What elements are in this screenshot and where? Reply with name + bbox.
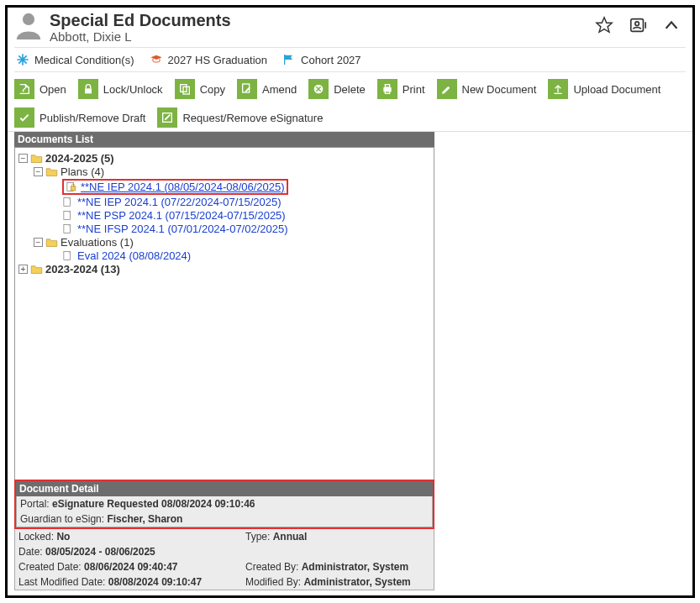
guardian-label: Guardian to eSign: bbox=[20, 513, 107, 525]
avatar-icon bbox=[14, 11, 43, 39]
svg-rect-6 bbox=[85, 88, 92, 93]
lock-icon bbox=[78, 79, 98, 99]
expand-icon[interactable]: + bbox=[18, 265, 28, 274]
type-value: Annual bbox=[273, 531, 308, 543]
modified-by-value: Administrator, System bbox=[303, 576, 410, 588]
document-detail-panel: Document Detail Portal: eSignature Reque… bbox=[14, 480, 434, 590]
folder-icon bbox=[30, 264, 43, 275]
publish-button[interactable]: Publish/Remove Draft bbox=[14, 107, 145, 128]
print-label: Print bbox=[403, 83, 425, 96]
medical-badge[interactable]: Medical Condition(s) bbox=[16, 53, 134, 66]
type-label: Type: bbox=[245, 531, 273, 543]
pencil-icon bbox=[437, 79, 457, 99]
document-link[interactable]: **NE PSP 2024.1 (07/15/2024-07/15/2025) bbox=[77, 209, 286, 222]
esignature-label: Request/Remove eSignature bbox=[182, 112, 323, 124]
new-document-label: New Document bbox=[462, 83, 537, 96]
svg-marker-1 bbox=[597, 18, 612, 32]
modified-date-label: Last Modified Date: bbox=[18, 576, 108, 588]
new-document-button[interactable]: New Document bbox=[437, 79, 537, 99]
document-link[interactable]: **NE IEP 2024.1 (07/22/2024-07/15/2025) bbox=[77, 196, 282, 208]
copy-label: Copy bbox=[200, 83, 225, 96]
documents-tree[interactable]: − 2024-2025 (5) − Plans (4) bbox=[14, 147, 434, 500]
svg-point-0 bbox=[23, 13, 34, 25]
amend-button[interactable]: Amend bbox=[237, 79, 297, 99]
document-icon bbox=[62, 210, 75, 221]
document-locked-icon bbox=[66, 181, 78, 192]
portal-value: eSignature Requested 08/08/2024 09:10:46 bbox=[52, 498, 255, 510]
modified-by-label: Modified By: bbox=[245, 576, 303, 588]
collapse-icon[interactable]: − bbox=[18, 154, 28, 163]
svg-rect-13 bbox=[385, 91, 389, 93]
folder-icon bbox=[45, 166, 58, 177]
toolbar: Open Lock/Unlock Copy Amend Delete Print… bbox=[8, 72, 692, 132]
delete-icon bbox=[308, 79, 329, 99]
open-label: Open bbox=[39, 83, 66, 96]
created-by-label: Created By: bbox=[245, 561, 302, 573]
documents-list-title: Documents List bbox=[14, 132, 434, 147]
collapse-icon[interactable]: − bbox=[34, 238, 43, 247]
document-icon bbox=[62, 250, 75, 261]
copy-icon bbox=[175, 79, 195, 99]
cohort-badge-label: Cohort 2027 bbox=[301, 54, 361, 66]
copy-button[interactable]: Copy bbox=[175, 79, 225, 99]
date-value: 08/05/2024 - 08/06/2025 bbox=[45, 546, 155, 558]
lock-label: Lock/Unlock bbox=[103, 83, 163, 96]
amend-label: Amend bbox=[262, 83, 297, 96]
locked-label: Locked: bbox=[18, 531, 56, 543]
cohort-badge[interactable]: Cohort 2027 bbox=[282, 53, 361, 66]
graduation-badge[interactable]: 2027 HS Graduation bbox=[150, 53, 268, 66]
contact-card-icon[interactable] bbox=[629, 16, 647, 37]
plans-folder-label[interactable]: Plans (4) bbox=[61, 165, 104, 178]
publish-label: Publish/Remove Draft bbox=[39, 112, 145, 124]
open-icon bbox=[14, 79, 34, 99]
delete-label: Delete bbox=[334, 83, 366, 96]
year-folder-label[interactable]: 2024-2025 (5) bbox=[45, 152, 114, 165]
upload-document-label: Upload Document bbox=[573, 83, 661, 96]
student-name: Abbott, Dixie L bbox=[50, 29, 595, 44]
created-date-label: Created Date: bbox=[18, 561, 84, 573]
locked-value: No bbox=[56, 531, 70, 543]
student-badges-row: Medical Condition(s) 2027 HS Graduation … bbox=[14, 47, 686, 72]
esignature-button[interactable]: Request/Remove eSignature bbox=[157, 107, 323, 128]
svg-point-3 bbox=[635, 22, 639, 26]
guardian-value: Fischer, Sharon bbox=[107, 513, 182, 525]
modified-date-value: 08/08/2024 09:10:47 bbox=[108, 576, 202, 588]
date-label: Date: bbox=[18, 546, 45, 558]
page-header: Special Ed Documents Abbott, Dixie L bbox=[8, 8, 692, 44]
folder-icon bbox=[30, 153, 43, 164]
delete-button[interactable]: Delete bbox=[308, 79, 366, 99]
medical-badge-label: Medical Condition(s) bbox=[34, 54, 134, 66]
print-icon bbox=[377, 79, 397, 99]
chevron-up-icon[interactable] bbox=[662, 16, 681, 37]
document-detail-title: Document Detail bbox=[16, 481, 433, 496]
document-link[interactable]: **NE IEP 2024.1 (08/05/2024-08/06/2025) bbox=[81, 181, 285, 193]
portal-label: Portal: bbox=[20, 498, 52, 510]
esignature-icon bbox=[157, 107, 177, 128]
created-date-value: 08/06/2024 09:40:47 bbox=[84, 561, 177, 573]
document-icon bbox=[62, 223, 75, 234]
open-button[interactable]: Open bbox=[14, 79, 66, 99]
upload-icon bbox=[548, 79, 568, 99]
evaluations-folder-label[interactable]: Evaluations (1) bbox=[61, 236, 134, 249]
document-icon bbox=[62, 197, 75, 207]
upload-document-button[interactable]: Upload Document bbox=[548, 79, 661, 99]
document-link[interactable]: Eval 2024 (08/08/2024) bbox=[77, 249, 191, 262]
page-title: Special Ed Documents bbox=[50, 11, 595, 29]
favorite-star-icon[interactable] bbox=[595, 16, 613, 37]
lock-button[interactable]: Lock/Unlock bbox=[78, 79, 163, 99]
year-folder-label[interactable]: 2023-2024 (13) bbox=[45, 263, 120, 275]
check-icon bbox=[14, 107, 34, 128]
print-button[interactable]: Print bbox=[377, 79, 425, 99]
amend-icon bbox=[237, 79, 257, 99]
collapse-icon[interactable]: − bbox=[34, 167, 43, 176]
svg-rect-16 bbox=[71, 186, 76, 191]
folder-icon bbox=[45, 237, 58, 248]
document-link[interactable]: **NE IFSP 2024.1 (07/01/2024-07/02/2025) bbox=[77, 223, 288, 235]
created-by-value: Administrator, System bbox=[302, 561, 408, 573]
graduation-badge-label: 2027 HS Graduation bbox=[168, 54, 268, 66]
svg-rect-12 bbox=[385, 85, 389, 87]
selected-document-highlight: **NE IEP 2024.1 (08/05/2024-08/06/2025) bbox=[62, 179, 288, 195]
